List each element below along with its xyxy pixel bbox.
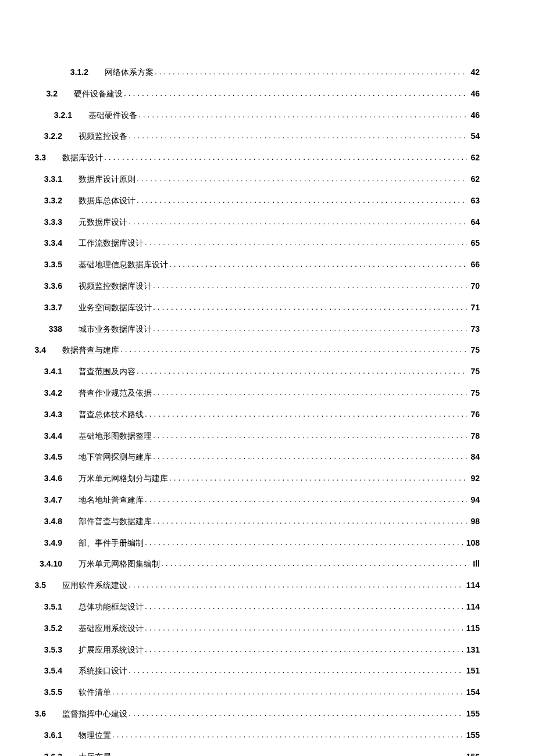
toc-entry-number: 3.4.9 bbox=[0, 538, 79, 548]
toc-entry-number: 3.3.1 bbox=[0, 174, 79, 184]
toc-entry-number: 3.2 bbox=[0, 89, 74, 99]
toc-entry-title: 监督指挥中心建设 bbox=[62, 710, 127, 719]
toc-entry: 3.6监督指挥中心建设155 bbox=[0, 708, 480, 719]
toc-entry: 3.3数据库设计62 bbox=[0, 152, 480, 163]
toc-entry-page: 63 bbox=[468, 196, 480, 206]
toc-entry-number: 3.5.1 bbox=[0, 602, 79, 612]
toc-leader-dots bbox=[129, 665, 463, 673]
toc-entry-title: 视频监控设备 bbox=[79, 132, 127, 142]
toc-entry-title: 基础地形图数据整理 bbox=[79, 432, 152, 442]
toc-entry-number: 3.6 bbox=[0, 709, 62, 719]
toc-entry: 3.1.2网络体系方案42 bbox=[0, 67, 480, 78]
toc-entry-page: 98 bbox=[468, 517, 480, 526]
toc-entry-number: 3.4.10 bbox=[0, 559, 79, 569]
toc-entry-title: 扩展应用系统设计 bbox=[79, 646, 144, 655]
toc-entry: 3.4.2普查作业规范及依据75 bbox=[0, 388, 480, 399]
toc-entry-page: 108 bbox=[464, 538, 480, 548]
toc-entry-page: 154 bbox=[464, 687, 480, 697]
toc-entry-title: 工作流数据库设计 bbox=[79, 239, 144, 249]
toc-leader-dots bbox=[129, 131, 467, 139]
toc-leader-dots bbox=[153, 516, 467, 524]
toc-entry-number: 3.6.2 bbox=[0, 752, 79, 757]
toc-entry-page: 114 bbox=[464, 602, 480, 612]
toc-entry-page: 155 bbox=[464, 709, 480, 719]
toc-entry: 3.4.6万米单元网格划分与建库92 bbox=[0, 473, 480, 484]
toc-entry-title: 万米单元网格图集编制 bbox=[79, 560, 160, 569]
toc-entry-title: 城市业务数据库设计 bbox=[79, 325, 152, 335]
toc-entry-title: 软件清单 bbox=[79, 688, 111, 698]
toc-entry-number: 3.4.6 bbox=[0, 474, 79, 483]
toc-entry: 3.3.7业务空间数据库设计71 bbox=[0, 302, 480, 313]
toc-entry-number: 338 bbox=[0, 324, 79, 334]
toc-leader-dots bbox=[137, 195, 467, 203]
toc-entry-title: 基础硬件设备 bbox=[88, 111, 137, 121]
toc-leader-dots bbox=[137, 174, 467, 182]
toc-leader-dots bbox=[145, 644, 463, 653]
toc-leader-dots bbox=[145, 538, 463, 546]
toc-entry: 3.3.5基础地理信息数据库设计66 bbox=[0, 259, 480, 270]
toc-entry-page: 114 bbox=[464, 581, 480, 590]
toc-entry: 3.4.1普查范围及内容75 bbox=[0, 366, 480, 377]
toc-entry-page: 156 bbox=[464, 752, 480, 757]
toc-entry: 3.5.5软件清单154 bbox=[0, 687, 480, 698]
toc-entry-page: Ill bbox=[470, 559, 480, 569]
toc-entry-page: 75 bbox=[468, 367, 480, 377]
toc-entry: 3.3.1数据库设计原则62 bbox=[0, 174, 480, 185]
toc-entry-title: 万米单元网格划分与建库 bbox=[79, 474, 168, 484]
toc-entry: 3.4.4基础地形图数据整理78 bbox=[0, 431, 480, 442]
toc-entry-number: 3.4.1 bbox=[0, 367, 79, 377]
toc-entry: 3.4.10万米单元网格图集编制Ill bbox=[0, 558, 480, 569]
toc-entry-number: 3.5.5 bbox=[0, 687, 79, 697]
toc-leader-dots bbox=[112, 730, 463, 738]
toc-leader-dots bbox=[145, 238, 467, 246]
toc-leader-dots bbox=[169, 473, 467, 481]
toc-entry-number: 3.4.3 bbox=[0, 410, 79, 420]
toc-entry-page: 155 bbox=[464, 730, 480, 740]
toc-entry-page: 66 bbox=[468, 260, 480, 270]
toc-entry-title: 普查作业规范及依据 bbox=[79, 389, 152, 399]
toc-entry-title: 总体功能框架设计 bbox=[79, 603, 144, 612]
toc-entry-number: 3.3.6 bbox=[0, 281, 79, 291]
toc-entry-title: 数据库设计 bbox=[62, 153, 103, 163]
toc-entry-title: 硬件设备建设 bbox=[74, 89, 123, 99]
toc-entry: 3.3.6视频监控数据库设计70 bbox=[0, 281, 480, 292]
toc-leader-dots bbox=[155, 67, 467, 75]
toc-entry-title: 业务空间数据库设计 bbox=[79, 303, 152, 313]
toc-entry-title: 数据库总体设计 bbox=[79, 196, 135, 206]
toc-leader-dots bbox=[137, 366, 467, 374]
toc-entry-title: 网络体系方案 bbox=[105, 68, 154, 78]
toc-entry-number: 3.5.2 bbox=[0, 624, 79, 633]
toc-entry-page: 62 bbox=[468, 174, 480, 184]
toc-entry-title: 普查范围及内容 bbox=[79, 367, 135, 377]
toc-entry-number: 3.4.4 bbox=[0, 431, 79, 441]
toc-entry: 3.6.2大厅布局156 bbox=[0, 751, 480, 757]
toc-leader-dots bbox=[161, 558, 469, 567]
toc-entry: 3.2.1基础硬件设备46 bbox=[0, 110, 480, 121]
toc-leader-dots bbox=[145, 495, 467, 503]
toc-entry: 3.5.2基础应用系统设计115 bbox=[0, 623, 480, 634]
toc-entry: 3.6.1物理位置155 bbox=[0, 730, 480, 741]
toc-entry-title: 元数据库设计 bbox=[79, 218, 127, 228]
toc-leader-dots bbox=[153, 388, 467, 396]
toc-leader-dots bbox=[145, 601, 463, 610]
toc-entry-number: 3.5 bbox=[0, 581, 62, 590]
toc-entry-title: 物理位置 bbox=[79, 731, 111, 741]
toc-entry-page: 65 bbox=[468, 238, 480, 248]
toc-entry-page: 84 bbox=[468, 452, 480, 462]
toc-leader-dots bbox=[153, 302, 467, 310]
toc-entry-page: 64 bbox=[468, 217, 480, 227]
toc-entry-page: 92 bbox=[468, 474, 480, 483]
toc-leader-dots bbox=[129, 217, 467, 225]
toc-entry-title: 普查总体技术路线 bbox=[79, 410, 144, 420]
toc-entry: 3.5应用软件系统建设114 bbox=[0, 580, 480, 591]
toc-entry-number: 3.4.5 bbox=[0, 452, 79, 462]
toc-leader-dots bbox=[153, 452, 467, 460]
toc-entry-title: 数据库设计原则 bbox=[79, 175, 135, 185]
toc-entry: 3.5.3扩展应用系统设计131 bbox=[0, 644, 480, 655]
toc-entry-number: 3.3.4 bbox=[0, 238, 79, 248]
toc-leader-dots bbox=[138, 110, 467, 118]
toc-entry-title: 大厅布局 bbox=[79, 753, 111, 757]
toc-leader-dots bbox=[153, 431, 467, 439]
toc-entry-page: 42 bbox=[468, 67, 480, 77]
toc-entry: 3.4数据普查与建库75 bbox=[0, 345, 480, 356]
